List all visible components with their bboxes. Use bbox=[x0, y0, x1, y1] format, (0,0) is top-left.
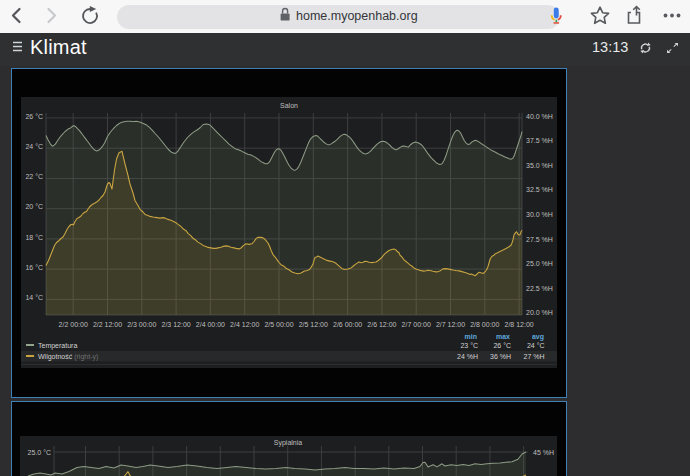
svg-text:Temperatura: Temperatura bbox=[38, 342, 77, 350]
svg-text:2/3 00:00: 2/3 00:00 bbox=[127, 321, 156, 328]
svg-text:2/6 12:00: 2/6 12:00 bbox=[367, 321, 396, 328]
svg-text:Sypialnia: Sypialnia bbox=[274, 439, 303, 447]
svg-text:24 %H: 24 %H bbox=[457, 353, 478, 360]
svg-text:2/4 12:00: 2/4 12:00 bbox=[230, 321, 259, 328]
svg-text:25.0 °C: 25.0 °C bbox=[28, 449, 51, 456]
svg-text:25.0 %H: 25.0 %H bbox=[526, 260, 553, 267]
svg-text:2/7 12:00: 2/7 12:00 bbox=[436, 321, 465, 328]
svg-text:Wilgotność (right-y): Wilgotność (right-y) bbox=[38, 353, 98, 361]
svg-text:24 °C: 24 °C bbox=[527, 342, 545, 349]
svg-text:32.5 %H: 32.5 %H bbox=[526, 186, 553, 193]
svg-text:23 °C: 23 °C bbox=[460, 342, 478, 349]
svg-text:2/3 12:00: 2/3 12:00 bbox=[161, 321, 190, 328]
svg-text:27.5 %H: 27.5 %H bbox=[526, 236, 553, 243]
svg-text:Salon: Salon bbox=[280, 102, 298, 109]
svg-text:40.0 %H: 40.0 %H bbox=[526, 113, 553, 120]
svg-text:35.0 %H: 35.0 %H bbox=[526, 162, 553, 169]
svg-text:2/4 00:00: 2/4 00:00 bbox=[196, 321, 225, 328]
svg-text:avg: avg bbox=[532, 333, 544, 341]
svg-text:2/7 00:00: 2/7 00:00 bbox=[402, 321, 431, 328]
svg-text:16 °C: 16 °C bbox=[25, 264, 43, 271]
svg-text:22 °C: 22 °C bbox=[25, 173, 43, 180]
svg-text:min: min bbox=[465, 333, 477, 340]
svg-text:2/8 12:00: 2/8 12:00 bbox=[504, 321, 533, 328]
svg-text:2/5 00:00: 2/5 00:00 bbox=[264, 321, 293, 328]
svg-text:26 °C: 26 °C bbox=[25, 113, 43, 120]
svg-text:14 °C: 14 °C bbox=[25, 294, 43, 301]
svg-text:27 %H: 27 %H bbox=[523, 353, 544, 360]
svg-text:45 %H: 45 %H bbox=[533, 449, 554, 456]
svg-text:36 %H: 36 %H bbox=[490, 353, 511, 360]
svg-text:26 °C: 26 °C bbox=[493, 342, 511, 349]
svg-text:2/6 00:00: 2/6 00:00 bbox=[333, 321, 362, 328]
svg-text:20 °C: 20 °C bbox=[25, 203, 43, 210]
svg-text:2/5 12:00: 2/5 12:00 bbox=[299, 321, 328, 328]
svg-text:2/2 12:00: 2/2 12:00 bbox=[93, 321, 122, 328]
svg-text:18 °C: 18 °C bbox=[25, 234, 43, 241]
svg-text:24 °C: 24 °C bbox=[25, 143, 43, 150]
svg-text:2/8 00:00: 2/8 00:00 bbox=[470, 321, 499, 328]
svg-text:30.0 %H: 30.0 %H bbox=[526, 211, 553, 218]
svg-text:37.5 %H: 37.5 %H bbox=[526, 137, 553, 144]
svg-text:22.5 %H: 22.5 %H bbox=[526, 285, 553, 292]
svg-text:max: max bbox=[496, 333, 510, 340]
svg-text:20.0 %H: 20.0 %H bbox=[526, 309, 553, 316]
svg-text:2/2 00:00: 2/2 00:00 bbox=[59, 321, 88, 328]
